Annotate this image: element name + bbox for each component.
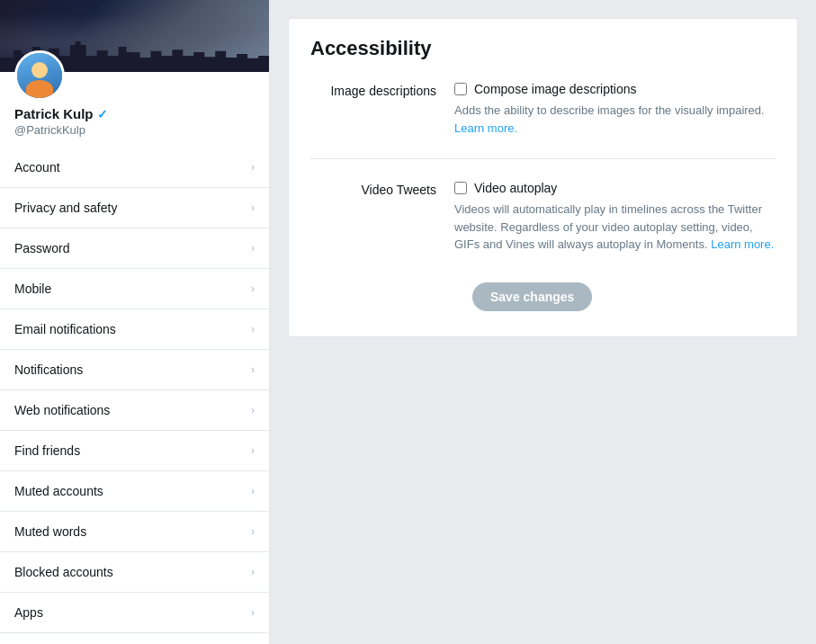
video-autoplay-label[interactable]: Video autoplay — [474, 181, 557, 195]
image-descriptions-control: Compose image descriptions Adds the abil… — [454, 82, 776, 137]
video-tweets-learn-more-link[interactable]: Learn more. — [711, 237, 774, 251]
chevron-icon: › — [251, 525, 255, 538]
sidebar-item-email-notifications[interactable]: Email notifications › — [0, 309, 269, 350]
sidebar-item-notifications[interactable]: Notifications › — [0, 350, 269, 390]
sidebar-item-widgets[interactable]: Widgets › — [0, 633, 269, 644]
sidebar: Patrick Kulp ✓ @PatrickKulp Account › Pr… — [0, 0, 270, 644]
image-descriptions-checkbox-row: Compose image descriptions — [454, 82, 776, 96]
chevron-icon: › — [251, 606, 255, 619]
sidebar-item-privacy-safety[interactable]: Privacy and safety › — [0, 188, 269, 228]
chevron-icon: › — [251, 566, 255, 578]
chevron-icon: › — [251, 404, 255, 416]
video-tweets-desc: Videos will automatically play in timeli… — [454, 201, 776, 254]
chevron-icon: › — [251, 201, 255, 214]
sidebar-item-label: Find friends — [14, 443, 80, 458]
image-descriptions-learn-more-link[interactable]: Learn more. — [454, 121, 517, 135]
avatar-wrap — [14, 50, 65, 101]
sidebar-item-label: Web notifications — [14, 403, 110, 417]
video-autoplay-checkbox-row: Video autoplay — [454, 181, 776, 195]
chevron-icon: › — [251, 485, 255, 497]
save-button-area: Save changes — [472, 275, 776, 311]
video-tweets-control: Video autoplay Videos will automatically… — [454, 181, 776, 254]
sidebar-item-label: Privacy and safety — [14, 201, 117, 215]
chevron-icon: › — [251, 282, 255, 295]
chevron-icon: › — [251, 363, 255, 376]
sidebar-item-label: Account — [14, 160, 60, 174]
sidebar-item-web-notifications[interactable]: Web notifications › — [0, 390, 269, 431]
sidebar-item-label: Email notifications — [14, 322, 116, 336]
avatar-image — [17, 53, 62, 98]
sidebar-item-label: Muted words — [14, 524, 86, 539]
nav-list: Account › Privacy and safety › Password … — [0, 148, 269, 644]
chevron-icon: › — [251, 444, 255, 457]
sidebar-item-label: Password — [14, 241, 69, 255]
sidebar-item-mobile[interactable]: Mobile › — [0, 269, 269, 309]
sidebar-item-apps[interactable]: Apps › — [0, 593, 269, 633]
page-title: Accessibility — [310, 37, 776, 60]
divider — [310, 158, 776, 159]
sidebar-item-label: Muted accounts — [14, 484, 103, 498]
save-changes-button[interactable]: Save changes — [472, 282, 592, 311]
compose-image-descriptions-checkbox[interactable] — [454, 83, 467, 95]
settings-card: Accessibility Image descriptions Compose… — [288, 18, 798, 337]
chevron-icon: › — [251, 323, 255, 335]
sidebar-item-password[interactable]: Password › — [0, 228, 269, 269]
sidebar-item-find-friends[interactable]: Find friends › — [0, 431, 269, 471]
compose-image-descriptions-label[interactable]: Compose image descriptions — [474, 82, 637, 96]
verified-badge-icon: ✓ — [97, 107, 108, 121]
sidebar-item-account[interactable]: Account › — [0, 148, 269, 188]
profile-info: Patrick Kulp ✓ @PatrickKulp — [0, 72, 269, 148]
image-descriptions-row: Image descriptions Compose image descrip… — [310, 82, 776, 137]
video-autoplay-checkbox[interactable] — [454, 182, 467, 194]
image-descriptions-label: Image descriptions — [310, 82, 454, 137]
sidebar-item-muted-accounts[interactable]: Muted accounts › — [0, 471, 269, 512]
image-descriptions-desc: Adds the ability to describe images for … — [454, 102, 776, 137]
sidebar-item-label: Apps — [14, 605, 43, 620]
display-name: Patrick Kulp ✓ — [14, 106, 255, 121]
sidebar-item-label: Notifications — [14, 362, 83, 377]
main-content: Accessibility Image descriptions Compose… — [270, 0, 816, 644]
avatar — [14, 50, 65, 101]
video-tweets-label: Video Tweets — [310, 181, 454, 254]
chevron-icon: › — [251, 161, 255, 174]
sidebar-item-blocked-accounts[interactable]: Blocked accounts › — [0, 552, 269, 593]
video-tweets-row: Video Tweets Video autoplay Videos will … — [310, 181, 776, 254]
display-name-text: Patrick Kulp — [14, 106, 94, 121]
chevron-icon: › — [251, 242, 255, 255]
sidebar-item-muted-words[interactable]: Muted words › — [0, 512, 269, 552]
username: @PatrickKulp — [14, 123, 255, 137]
sidebar-item-label: Mobile — [14, 282, 51, 296]
sidebar-item-label: Blocked accounts — [14, 565, 113, 579]
